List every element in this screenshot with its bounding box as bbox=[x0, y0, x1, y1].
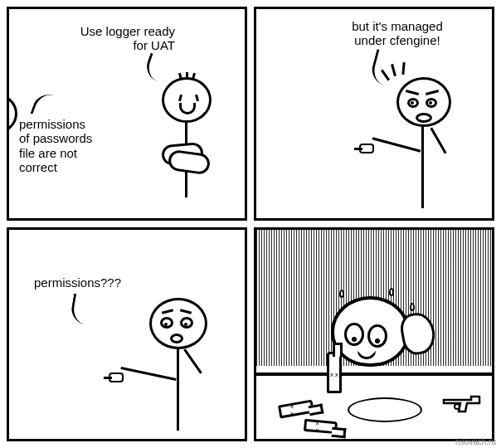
watermark: risovach.ru bbox=[455, 437, 496, 446]
character-left bbox=[7, 110, 51, 221]
comic-grid: Use logger ready for UAT permissions of … bbox=[0, 0, 501, 448]
character-despair-head bbox=[331, 296, 410, 367]
speech-tail bbox=[69, 294, 90, 325]
liquid-spill bbox=[348, 397, 422, 422]
bottle-standing: x x bbox=[327, 352, 342, 393]
panel-2: but it's managed under cfengine! bbox=[254, 7, 494, 221]
character-right-happy: ﾉ bbox=[129, 77, 228, 210]
character-pointing-angry bbox=[351, 61, 467, 210]
sweat-drop bbox=[389, 288, 394, 296]
p1-text-top: Use logger ready for UAT bbox=[51, 24, 175, 53]
panel-4: x x x x x x bbox=[254, 227, 494, 441]
panel-3: permissions??? bbox=[7, 227, 247, 441]
panel-1: Use logger ready for UAT permissions of … bbox=[7, 7, 247, 221]
svg-point-0 bbox=[455, 404, 460, 409]
sweat-drop bbox=[339, 290, 344, 298]
gun-icon bbox=[442, 393, 484, 414]
character-pointing-worried bbox=[104, 281, 220, 431]
p2-text: but it's managed under cfengine! bbox=[331, 19, 464, 48]
sweat-drop bbox=[410, 303, 415, 311]
